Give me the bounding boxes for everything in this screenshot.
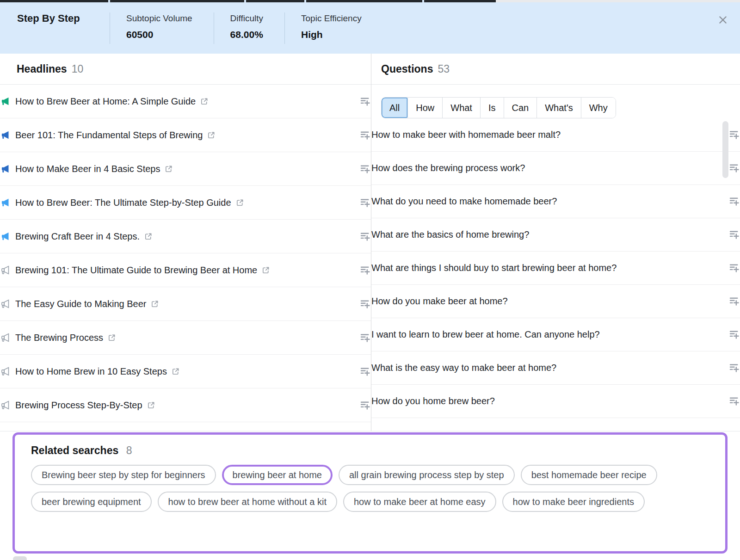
headline-text[interactable]: Brewing 101: The Ultimate Guide to Brewi… <box>15 265 257 276</box>
external-link-icon[interactable] <box>144 232 153 241</box>
question-text: What are the basics of home brewing? <box>371 229 529 240</box>
add-to-list-button[interactable] <box>359 400 371 411</box>
headline-text[interactable]: The Easy Guide to Making Beer <box>15 299 146 309</box>
question-row: How do you make beer at home? <box>371 285 740 318</box>
topic-title: Step By Step <box>17 12 110 25</box>
external-link-icon[interactable] <box>164 165 173 173</box>
external-link-icon[interactable] <box>235 198 244 207</box>
megaphone-icon <box>0 130 10 140</box>
headline-row: Brewing 101: The Ultimate Guide to Brewi… <box>0 253 371 287</box>
add-to-list-button[interactable] <box>359 129 371 141</box>
external-link-icon[interactable] <box>207 131 216 140</box>
headline-text[interactable]: How to Make Beer in 4 Basic Steps <box>15 164 160 174</box>
question-row: What are the basics of home brewing? <box>371 218 740 252</box>
stat-label: Topic Efficiency <box>301 12 362 25</box>
megaphone-icon <box>0 96 10 106</box>
related-searches-chips: Brewing beer step by step for beginnersb… <box>31 465 716 512</box>
questions-scrollbar-thumb[interactable] <box>722 121 728 178</box>
stat-value: 68.00% <box>230 29 263 40</box>
add-to-list-button[interactable] <box>728 129 740 141</box>
add-to-list-button[interactable] <box>728 362 740 374</box>
megaphone-icon <box>0 231 10 241</box>
headline-row: How to Make Beer in 4 Basic Steps <box>0 152 371 186</box>
external-link-icon[interactable] <box>200 97 209 106</box>
headline-text[interactable]: The Brewing Process <box>15 332 103 343</box>
question-row: What do you need to make homemade beer? <box>371 185 740 218</box>
headline-text[interactable]: Brewing Process Step-By-Step <box>15 400 142 411</box>
megaphone-icon <box>0 332 10 343</box>
add-to-list-button[interactable] <box>728 162 740 174</box>
headline-row: The Easy Guide to Making Beer <box>0 287 371 321</box>
add-to-list-button[interactable] <box>728 329 740 340</box>
headline-text[interactable]: Brewing Craft Beer in 4 Steps. <box>15 231 140 242</box>
related-search-chip[interactable]: Brewing beer step by step for beginners <box>31 465 216 485</box>
question-row: What is the easy way to make beer at hom… <box>371 351 740 385</box>
add-to-list-button[interactable] <box>728 295 740 307</box>
headline-row: How to Brew Beer at Home: A Simple Guide <box>0 85 371 118</box>
question-text: How does the brewing process work? <box>371 163 525 173</box>
related-search-chip[interactable]: best homemade beer recipe <box>521 465 657 485</box>
question-row: What are things I should buy to start br… <box>371 252 740 285</box>
related-searches-count: 8 <box>126 444 132 456</box>
headline-text[interactable]: How to Home Brew in 10 Easy Steps <box>15 366 167 377</box>
related-searches-panel: Related searches 8 Brewing beer step by … <box>12 432 728 554</box>
add-to-list-button[interactable] <box>359 265 371 276</box>
external-link-icon[interactable] <box>147 401 155 410</box>
headline-text[interactable]: Beer 101: The Fundamental Steps of Brewi… <box>15 130 203 141</box>
content-area: Headlines 10 How to Brew Beer at Home: A… <box>0 54 740 431</box>
external-link-icon[interactable] <box>107 333 116 342</box>
external-link-icon[interactable] <box>171 367 180 376</box>
related-search-chip[interactable]: how to make beer ingredients <box>502 492 645 512</box>
add-to-list-button[interactable] <box>359 163 371 175</box>
question-text: What is the easy way to make beer at hom… <box>371 363 556 373</box>
headlines-panel: Headlines 10 How to Brew Beer at Home: A… <box>0 54 371 431</box>
headline-row: Beer 101: The Fundamental Steps of Brewi… <box>0 118 371 152</box>
question-filter-tab-whats[interactable]: What's <box>536 98 581 118</box>
question-text: How do you home brew beer? <box>371 396 495 406</box>
stat-label: Difficulty <box>230 12 263 25</box>
question-text: How do you make beer at home? <box>371 296 508 307</box>
megaphone-icon <box>0 164 10 174</box>
related-search-chip[interactable]: brewing beer at home <box>222 465 333 485</box>
close-icon[interactable] <box>717 14 729 26</box>
question-filter-tab-why[interactable]: Why <box>581 98 616 118</box>
megaphone-icon <box>0 299 10 309</box>
add-to-list-button[interactable] <box>728 262 740 274</box>
add-to-list-button[interactable] <box>359 298 371 310</box>
question-filter-tab-all[interactable]: All <box>382 98 407 118</box>
megaphone-icon <box>0 366 10 376</box>
external-link-icon[interactable] <box>150 300 159 308</box>
question-filter-tab-what[interactable]: What <box>442 98 480 118</box>
questions-panel: Questions 53 AllHowWhatIsCanWhat'sWhy Ho… <box>371 54 740 431</box>
add-to-list-button[interactable] <box>359 96 371 107</box>
question-text: I want to learn to brew beer at home. Ca… <box>371 329 600 340</box>
add-to-list-button[interactable] <box>728 196 740 207</box>
headline-row: How to Home Brew in 10 Easy Steps <box>0 355 371 388</box>
headline-row: Brewing Process Step-By-Step <box>0 388 371 422</box>
add-to-list-button[interactable] <box>359 366 371 377</box>
question-filter-tab-is[interactable]: Is <box>480 98 504 118</box>
question-filter-tab-can[interactable]: Can <box>504 98 537 118</box>
headline-text[interactable]: How to Brew Beer: The Ultimate Step-by-S… <box>15 197 231 208</box>
topic-header-bar: Step By Step Subtopic Volume 60500 Diffi… <box>0 2 740 54</box>
related-search-chip[interactable]: how to brew beer at home without a kit <box>158 492 337 512</box>
related-searches-title: Related searches <box>31 444 118 456</box>
question-row: How to make beer with homemade beer malt… <box>371 118 740 152</box>
question-filter-tab-how[interactable]: How <box>407 98 442 118</box>
add-to-list-button[interactable] <box>728 395 740 407</box>
add-to-list-button[interactable] <box>359 197 371 209</box>
add-to-list-button[interactable] <box>359 332 371 344</box>
related-search-chip[interactable]: beer brewing equipment <box>31 492 152 512</box>
headline-text[interactable]: How to Brew Beer at Home: A Simple Guide <box>15 96 196 107</box>
question-filter-tabs: AllHowWhatIsCanWhat'sWhy <box>381 97 616 118</box>
megaphone-icon <box>0 265 10 275</box>
megaphone-icon <box>0 400 10 410</box>
external-link-icon[interactable] <box>261 266 270 275</box>
headline-row: Brewing Craft Beer in 4 Steps. <box>0 220 371 253</box>
add-to-list-button[interactable] <box>728 229 740 240</box>
related-search-chip[interactable]: all grain brewing process step by step <box>339 465 515 485</box>
add-to-list-button[interactable] <box>359 231 371 242</box>
related-search-chip[interactable]: how to make beer at home easy <box>343 492 496 512</box>
stat-value: 60500 <box>126 29 192 40</box>
question-text: What do you need to make homemade beer? <box>371 196 557 207</box>
